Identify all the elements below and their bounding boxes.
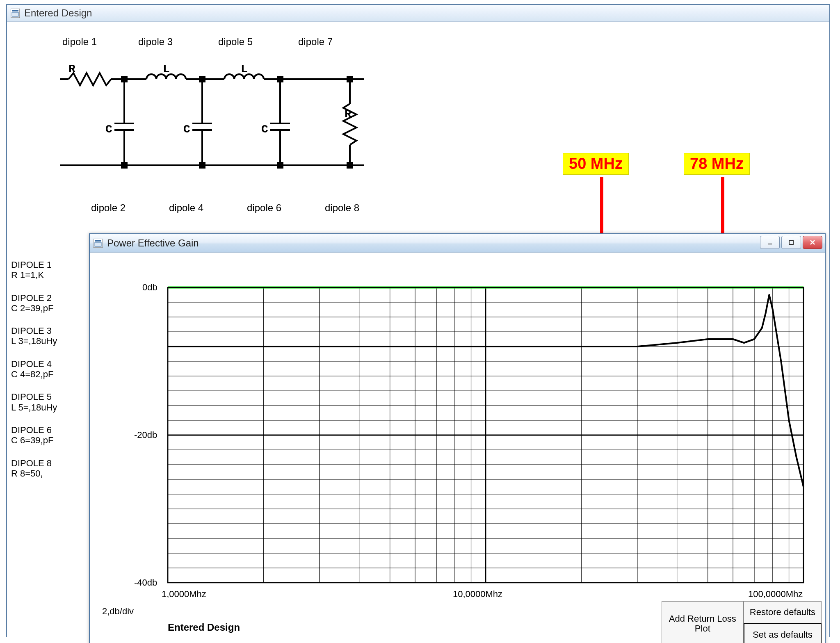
label-C1: C — [105, 123, 112, 136]
outer-titlebar[interactable]: Entered Design — [7, 5, 829, 22]
add-return-loss-button[interactable]: Add Return Loss Plot — [662, 601, 744, 643]
sb-item-4: DIPOLE 4C 4=82,pF — [11, 359, 83, 380]
label-L2: L — [241, 63, 248, 75]
inner-window: Power Effective Gain 0db -20db — [89, 233, 826, 643]
minimize-button[interactable] — [760, 236, 780, 249]
label-C2: C — [183, 123, 190, 136]
set-as-defaults-button[interactable]: Set as defaults — [744, 623, 822, 643]
sb-item-6: DIPOLE 6C 6=39,pF — [11, 425, 83, 446]
sb-item-2: DIPOLE 2C 2=39,pF — [11, 293, 83, 314]
app-icon — [93, 238, 103, 248]
svg-rect-2 — [12, 12, 18, 16]
annotation-50mhz: 50 MHz — [563, 153, 629, 175]
svg-rect-32 — [95, 242, 101, 246]
svg-rect-34 — [789, 240, 793, 244]
sb-item-5: DIPOLE 5L 5=,18uHy — [11, 392, 83, 413]
outer-window: Entered Design dipole 1 dipole 3 dipole … — [6, 4, 830, 637]
label-C3: C — [261, 123, 268, 136]
dipole-top-label-1: dipole 1 — [62, 36, 97, 48]
inner-titlebar[interactable]: Power Effective Gain — [90, 234, 825, 253]
svg-rect-31 — [95, 240, 101, 242]
dipole-top-label-7: dipole 7 — [298, 36, 333, 48]
label-R-right: R — [345, 108, 352, 121]
inner-window-title: Power Effective Gain — [107, 237, 199, 249]
circuit-diagram: R L L C C C R — [60, 63, 388, 178]
dipole-bot-label-2: dipole 2 — [91, 202, 126, 214]
annotation-78mhz: 78 MHz — [684, 153, 750, 175]
app-icon — [10, 8, 20, 18]
outer-window-title: Entered Design — [24, 7, 92, 19]
label-L1: L — [163, 63, 170, 75]
dipole-sidebar: DIPOLE 1R 1=1,K DIPOLE 2C 2=39,pF DIPOLE… — [11, 260, 83, 491]
sb-item-3: DIPOLE 3L 3=,18uHy — [11, 326, 83, 347]
dipole-bot-label-6: dipole 6 — [247, 202, 281, 214]
plot-svg — [90, 253, 824, 643]
dipole-bot-label-4: dipole 4 — [169, 202, 203, 214]
plot-area: 0db -20db -40db 1,0000Mhz 10,0000Mhz 100… — [90, 253, 825, 643]
sb-item-1: DIPOLE 1R 1=1,K — [11, 260, 83, 280]
maximize-button[interactable] — [781, 236, 801, 249]
dipole-top-label-5: dipole 5 — [218, 36, 253, 48]
close-button[interactable] — [803, 236, 822, 249]
svg-rect-1 — [12, 10, 18, 11]
label-R-left: R — [68, 63, 75, 75]
restore-defaults-button[interactable]: Restore defaults — [744, 601, 822, 623]
sb-item-8: DIPOLE 8R 8=50, — [11, 458, 83, 479]
dipole-top-label-3: dipole 3 — [138, 36, 173, 48]
dipole-bot-label-8: dipole 8 — [325, 202, 359, 214]
